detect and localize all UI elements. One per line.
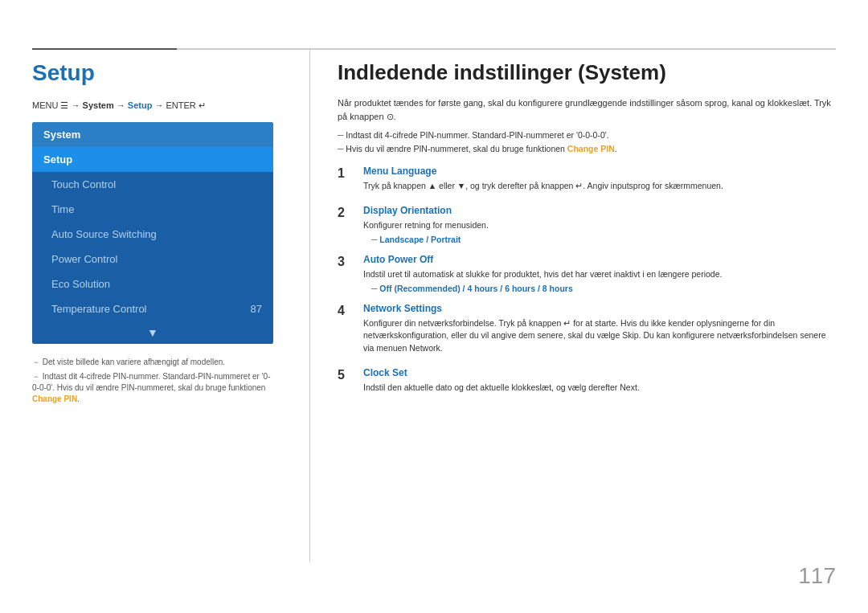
step-1-number: 1 — [338, 166, 357, 181]
menu-item-eco-solution[interactable]: Eco Solution — [32, 272, 273, 296]
step-1-title: Menu Language — [363, 166, 836, 177]
step-2-title: Display Orientation — [363, 205, 836, 216]
right-panel: Indledende indstillinger (System) Når pr… — [338, 60, 836, 407]
step-2-content: Display Orientation Konfigurer retning f… — [363, 205, 836, 244]
step-3-title: Auto Power Off — [363, 254, 836, 265]
step-3-number: 3 — [338, 255, 357, 269]
intro-text: Når produktet tændes for første gang, sk… — [338, 96, 836, 123]
menu-item-touch-control[interactable]: Touch Control — [32, 172, 273, 197]
menu-item-time[interactable]: Time — [32, 197, 273, 222]
step-1-desc: Tryk på knappen ▲ eller ▼, og tryk deref… — [363, 180, 836, 193]
step-3-sub-1: Off (Recommended) / 4 hours / 6 hours / … — [363, 284, 836, 293]
step-5-number: 5 — [338, 368, 357, 382]
step-5-title: Clock Set — [363, 367, 836, 378]
chevron-row: ▼ — [32, 321, 273, 344]
step-5: 5 Clock Set Indstil den aktuelle dato og… — [338, 367, 836, 397]
step-4-desc: Konfigurer din netværksforbindelse. Tryk… — [363, 317, 836, 355]
step-1: 1 Menu Language Tryk på knappen ▲ eller … — [338, 166, 836, 195]
footnote-1: － Det viste billede kan variere afhængig… — [32, 357, 273, 368]
steps-container: 1 Menu Language Tryk på knappen ▲ eller … — [338, 166, 836, 396]
step-5-content: Clock Set Indstil den aktuelle dato og d… — [363, 367, 836, 397]
step-1-content: Menu Language Tryk på knappen ▲ eller ▼,… — [363, 166, 836, 195]
vertical-divider — [309, 48, 310, 562]
step-4-title: Network Settings — [363, 303, 836, 314]
menu-item-power-control[interactable]: Power Control — [32, 247, 273, 272]
top-divider-accent — [32, 48, 177, 50]
note-line-2: Hvis du vil ændre PIN-nummeret, skal du … — [338, 143, 836, 155]
step-2-sub-1: Landscape / Portrait — [363, 235, 836, 244]
menu-path: MENU ☰ → System → Setup → ENTER ↵ — [32, 100, 305, 111]
footnote-2: － Indtast dit 4-cifrede PIN-nummer. Stan… — [32, 371, 273, 405]
footnotes-left: － Det viste billede kan variere afhængig… — [32, 357, 273, 405]
page-number: 117 — [798, 563, 836, 589]
section-title: Indledende indstillinger (System) — [338, 60, 836, 85]
step-4-number: 4 — [338, 304, 357, 318]
step-3: 3 Auto Power Off Indstil uret til automa… — [338, 254, 836, 293]
menu-item-setup[interactable]: Setup — [32, 147, 273, 172]
chevron-down-icon: ▼ — [147, 326, 158, 339]
system-menu-header: System — [32, 122, 273, 147]
step-5-desc: Indstil den aktuelle dato og det aktuell… — [363, 382, 836, 394]
menu-item-auto-source[interactable]: Auto Source Switching — [32, 222, 273, 247]
step-2-number: 2 — [338, 206, 357, 220]
step-4-content: Network Settings Konfigurer din netværks… — [363, 303, 836, 358]
step-3-desc: Indstil uret til automatisk at slukke fo… — [363, 268, 836, 281]
menu-item-temperature-label: Temperature Control — [51, 303, 147, 315]
step-2-desc: Konfigurer retning for menusiden. — [363, 219, 836, 232]
menu-item-temperature[interactable]: Temperature Control 87 — [32, 296, 273, 321]
page-title: Setup — [32, 60, 305, 86]
menu-item-temperature-value: 87 — [251, 303, 262, 315]
step-2: 2 Display Orientation Konfigurer retning… — [338, 205, 836, 244]
note-line-1: Indtast dit 4-cifrede PIN-nummer. Standa… — [338, 129, 836, 141]
menu-path-text: MENU ☰ → System → Setup → ENTER ↵ — [32, 100, 206, 110]
step-4: 4 Network Settings Konfigurer din netvær… — [338, 303, 836, 358]
system-menu: System Setup Touch Control Time Auto Sou… — [32, 122, 273, 344]
left-panel: Setup MENU ☰ → System → Setup → ENTER ↵ … — [32, 60, 305, 408]
step-3-content: Auto Power Off Indstil uret til automati… — [363, 254, 836, 293]
